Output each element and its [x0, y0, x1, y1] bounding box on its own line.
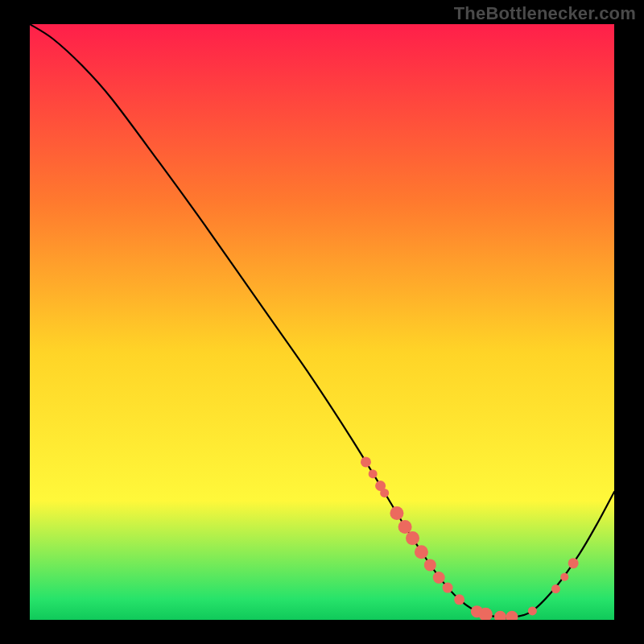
data-point	[560, 573, 568, 581]
data-point	[568, 558, 579, 568]
chart-frame: TheBottlenecker.com	[0, 0, 644, 644]
data-point	[433, 572, 445, 584]
gradient-background	[30, 24, 614, 620]
data-point	[380, 489, 389, 497]
data-point	[528, 606, 537, 615]
data-point	[369, 469, 378, 478]
data-point	[390, 506, 403, 520]
data-point	[415, 545, 428, 559]
data-point	[443, 583, 453, 593]
data-point	[361, 456, 371, 467]
data-point	[551, 584, 560, 593]
data-point	[398, 520, 412, 534]
chart-svg	[30, 24, 614, 620]
plot-area	[30, 24, 614, 620]
data-point	[454, 594, 464, 605]
watermark-text: TheBottlenecker.com	[454, 3, 636, 24]
data-point	[406, 531, 419, 545]
data-point	[424, 559, 436, 571]
